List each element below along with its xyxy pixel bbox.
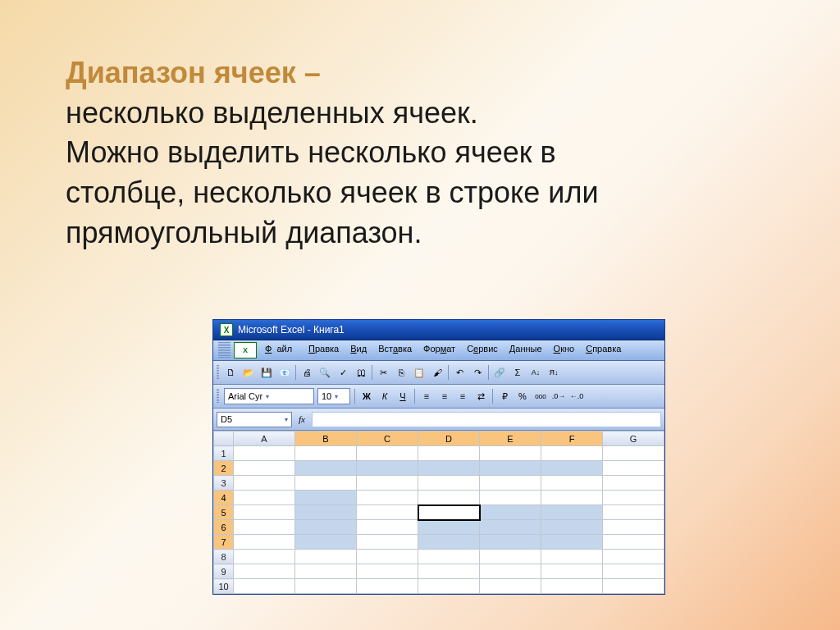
col-header[interactable]: D <box>418 431 480 446</box>
slide-title: Диапазон ячеек – <box>66 57 774 89</box>
menu-tools[interactable]: Сервис <box>462 342 503 358</box>
row-header[interactable]: 1 <box>214 446 234 461</box>
toolbar-handle[interactable] <box>217 365 219 380</box>
open-icon[interactable]: 📂 <box>240 364 257 381</box>
col-header[interactable]: A <box>234 431 295 446</box>
col-header[interactable]: G <box>603 431 664 446</box>
undo-icon[interactable]: ↶ <box>451 364 468 381</box>
slide: Диапазон ячеек – несколько выделенных яч… <box>0 0 840 630</box>
merge-icon[interactable]: ⇄ <box>473 389 488 404</box>
menu-insert[interactable]: Вставка <box>373 342 417 358</box>
redo-icon[interactable]: ↷ <box>469 364 486 381</box>
row-header[interactable]: 6 <box>214 520 234 535</box>
row-header[interactable]: 9 <box>214 564 234 579</box>
menu-handle[interactable] <box>218 342 231 358</box>
spreadsheet-grid[interactable]: A B C D E F G 1 2 3 4 5 6 7 8 9 10 <box>213 431 664 594</box>
col-header[interactable]: F <box>541 431 603 446</box>
thousands-icon[interactable]: 000 <box>533 389 548 404</box>
bold-button[interactable]: Ж <box>359 389 374 404</box>
fmt-handle[interactable] <box>217 389 219 404</box>
dec-dec-icon[interactable]: ←.0 <box>569 389 584 404</box>
percent-icon[interactable]: % <box>515 389 530 404</box>
standard-toolbar: 🗋 📂 💾 📧 🖨 🔍 ✓ 🕮 ✂ ⎘ 📋 🖌 ↶ ↷ 🔗 Σ A↓ Я↓ <box>213 361 664 385</box>
print-icon[interactable]: 🖨 <box>299 364 315 381</box>
window-title: Microsoft Excel - Книга1 <box>238 324 345 336</box>
menu-view[interactable]: Вид <box>345 342 372 358</box>
select-all-corner[interactable] <box>214 431 234 446</box>
underline-button[interactable]: Ч <box>395 389 410 404</box>
formatting-toolbar: Arial Cyr 10 Ж К Ч ≡ ≡ ≡ ⇄ ₽ % 000 .0→ ←… <box>213 385 664 409</box>
excel-app-icon: X <box>220 323 233 336</box>
formula-bar: D5 fx <box>213 409 664 431</box>
slide-text-1: несколько выделенных ячеек. <box>66 94 774 134</box>
excel-window: X Microsoft Excel - Книга1 X Файл Правка… <box>213 320 664 594</box>
menu-edit[interactable]: Правка <box>304 342 344 358</box>
name-box[interactable]: D5 <box>217 412 292 427</box>
align-right-icon[interactable]: ≡ <box>455 389 470 404</box>
row-header[interactable]: 5 <box>214 505 234 520</box>
row-header[interactable]: 8 <box>214 550 234 564</box>
fx-icon[interactable]: fx <box>299 414 305 424</box>
menu-file[interactable]: Файл <box>260 342 302 358</box>
mail-icon[interactable]: 📧 <box>276 364 293 381</box>
menu-window[interactable]: Окно <box>549 342 580 358</box>
preview-icon[interactable]: 🔍 <box>317 364 333 381</box>
cut-icon[interactable]: ✂ <box>375 364 391 381</box>
excel-doc-icon: X <box>234 342 257 358</box>
row-header[interactable]: 7 <box>214 535 234 550</box>
formula-input[interactable] <box>312 412 661 427</box>
paste-icon[interactable]: 📋 <box>411 364 427 381</box>
slide-text-2: Можно выделить несколько ячеек в <box>66 133 774 173</box>
currency-icon[interactable]: ₽ <box>497 389 512 404</box>
sum-icon[interactable]: Σ <box>509 364 526 381</box>
slide-text-3: столбце, несколько ячеек в строке или <box>66 173 774 213</box>
menu-format[interactable]: Формат <box>418 342 460 358</box>
link-icon[interactable]: 🔗 <box>491 364 508 381</box>
menu-help[interactable]: Справка <box>581 342 626 358</box>
research-icon[interactable]: 🕮 <box>353 364 369 381</box>
copy-icon[interactable]: ⎘ <box>393 364 409 381</box>
row-header[interactable]: 4 <box>214 491 234 505</box>
new-icon[interactable]: 🗋 <box>222 364 239 381</box>
save-icon[interactable]: 💾 <box>258 364 275 381</box>
size-combo[interactable]: 10 <box>317 388 350 404</box>
menubar: X Файл Правка Вид Вставка Формат Сервис … <box>213 340 664 361</box>
row-header[interactable]: 10 <box>214 579 234 594</box>
row-header[interactable]: 2 <box>214 461 234 476</box>
sortdesc-icon[interactable]: Я↓ <box>546 364 562 381</box>
spell-icon[interactable]: ✓ <box>335 364 351 381</box>
italic-button[interactable]: К <box>377 389 392 404</box>
font-combo[interactable]: Arial Cyr <box>224 388 314 404</box>
col-header[interactable]: C <box>357 431 418 446</box>
fmtpaint-icon[interactable]: 🖌 <box>429 364 445 381</box>
col-header[interactable]: E <box>480 431 541 446</box>
active-cell <box>418 505 480 520</box>
sortasc-icon[interactable]: A↓ <box>527 364 544 381</box>
align-left-icon[interactable]: ≡ <box>419 389 434 404</box>
slide-text-4: прямоугольный диапазон. <box>66 213 774 253</box>
align-center-icon[interactable]: ≡ <box>437 389 452 404</box>
row-header[interactable]: 3 <box>214 476 234 491</box>
titlebar: X Microsoft Excel - Книга1 <box>213 320 664 340</box>
dec-inc-icon[interactable]: .0→ <box>551 389 566 404</box>
menu-data[interactable]: Данные <box>504 342 547 358</box>
col-header[interactable]: B <box>295 431 357 446</box>
